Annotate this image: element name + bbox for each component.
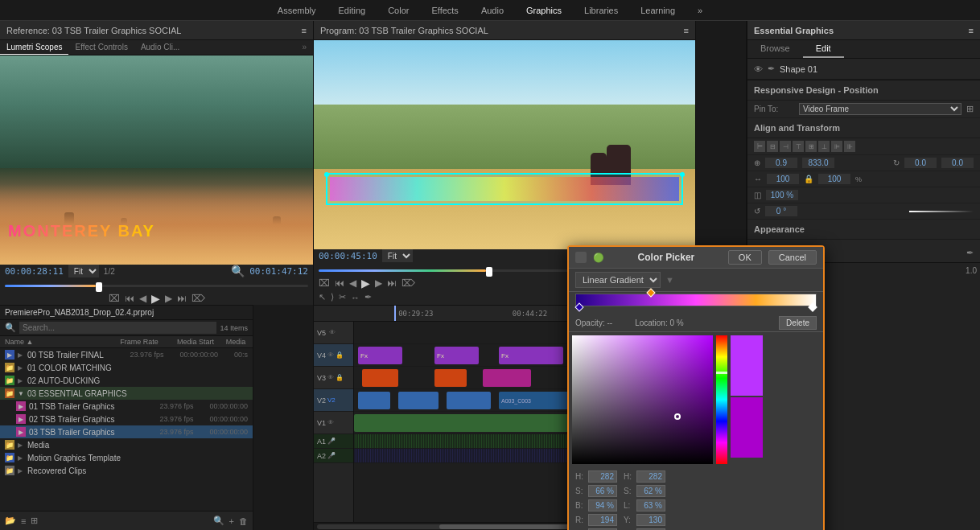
prog-ctrl-step-fwd[interactable]: ▶	[375, 277, 382, 289]
ref-tab-audio[interactable]: Audio Cli...	[134, 40, 186, 55]
prog-ctrl-mark-out[interactable]: ⌦	[401, 277, 415, 289]
scale-y-value[interactable]: 100	[818, 174, 850, 184]
shape-eye-icon[interactable]: 👁	[754, 64, 763, 74]
v3-lock[interactable]: 🔒	[336, 374, 344, 381]
nav-libraries[interactable]: Libraries	[581, 4, 621, 17]
handle-tl[interactable]	[324, 172, 329, 177]
proj-icon-search[interactable]: 🔍	[213, 516, 224, 526]
prog-fit-select[interactable]: Fit	[382, 249, 413, 262]
file-item[interactable]: 📁 ▶ 01 COLOR MATCHING	[0, 361, 253, 374]
ref-ctrl-step-fwd[interactable]: ▶	[165, 293, 172, 304]
file-item[interactable]: ▶ 02 TSB Trailer Graphics 23.976 fps00:0…	[0, 413, 253, 425]
pin-to-select[interactable]: Video Frame	[799, 103, 961, 115]
proj-icon-delete[interactable]: 🗑	[239, 516, 248, 526]
ref-playhead-marker[interactable]	[96, 282, 102, 292]
rot-x-value[interactable]: 0.0	[904, 158, 937, 168]
gradient-type-select[interactable]: Linear Gradient	[575, 272, 661, 288]
fill-edit-icon[interactable]: ✒	[966, 248, 974, 258]
timeline-playhead[interactable]	[394, 306, 396, 321]
prog-ctrl-prev[interactable]: ⏮	[335, 277, 344, 289]
nav-graphics[interactable]: Graphics	[523, 4, 565, 17]
align-top[interactable]: ⊤	[793, 141, 804, 152]
align-center-h[interactable]: ⊟	[767, 141, 778, 152]
ref-tab-effect[interactable]: Effect Controls	[68, 40, 134, 55]
clip[interactable]	[483, 369, 531, 387]
ref-ctrl-step-back[interactable]: ◀	[139, 293, 146, 304]
program-panel-menu[interactable]: ≡	[684, 26, 689, 35]
v5-eye[interactable]: 👁	[329, 329, 336, 336]
a2-mic[interactable]: 🎤	[327, 452, 336, 459]
ref-zoom-icon[interactable]: 🔍	[231, 265, 245, 277]
align-left[interactable]: ⊢	[754, 141, 765, 152]
align-center-v[interactable]: ⊞	[805, 141, 817, 152]
prog-playhead-bar[interactable]	[319, 269, 486, 272]
file-item[interactable]: 📁 ▶ 02 AUTO-DUCKING	[0, 374, 253, 387]
prog-ctrl-step-back[interactable]: ◀	[349, 277, 356, 289]
eg-tab-browse[interactable]: Browse	[747, 40, 803, 58]
opacity-value[interactable]: 100 %	[766, 190, 798, 200]
ref-ctrl-mark-out[interactable]: ⌦	[191, 293, 205, 304]
ref-tab-lumetri[interactable]: Lumetri Scopes	[0, 40, 68, 55]
clip[interactable]	[434, 369, 467, 387]
h2-input[interactable]	[636, 470, 665, 483]
project-search-input[interactable]	[19, 322, 216, 334]
color-picker-ok[interactable]: OK	[728, 250, 762, 265]
rotation-slider[interactable]	[909, 211, 974, 212]
clip[interactable]	[358, 392, 390, 409]
hue-slider[interactable]	[716, 335, 727, 464]
file-item[interactable]: ▶ 03 TSB Trailer Graphics 23.976 fps00:0…	[0, 425, 253, 438]
prog-timecode[interactable]: 00:00:45:10	[319, 251, 377, 261]
col-media[interactable]: Media	[224, 338, 248, 346]
scale-x-value[interactable]: 100	[767, 174, 799, 184]
clip[interactable]	[447, 392, 491, 409]
ref-playhead-bar[interactable]	[5, 285, 96, 287]
eg-tab-edit[interactable]: Edit	[803, 40, 844, 58]
prog-ctrl-next[interactable]: ⏭	[387, 277, 397, 289]
ref-timecode[interactable]: 00:00:28:11	[5, 266, 64, 277]
proj-icon-new[interactable]: +	[229, 516, 234, 526]
hue-cursor[interactable]	[716, 372, 727, 374]
file-item[interactable]: 📁 ▶ Recovered Clips	[0, 464, 253, 477]
file-item[interactable]: 📁 ▶ Motion Graphics Template	[0, 451, 253, 464]
y-input[interactable]	[636, 514, 665, 526]
gradient-preview-bar[interactable]	[575, 294, 817, 306]
prog-ctrl-mark-in[interactable]: ⌧	[319, 277, 330, 289]
s2-input[interactable]	[636, 485, 665, 497]
shape-pen-icon[interactable]: ✒	[768, 64, 775, 74]
pos-y-value[interactable]: 833.0	[802, 158, 834, 168]
handle-tr[interactable]	[680, 172, 685, 177]
align-bottom[interactable]: ⊥	[818, 141, 830, 152]
ref-ctrl-mark-in[interactable]: ⌧	[109, 293, 120, 304]
eg-menu[interactable]: ≡	[969, 26, 974, 35]
nav-learning[interactable]: Learning	[637, 4, 678, 17]
rot-y-value[interactable]: 0.0	[941, 158, 974, 168]
clip[interactable]: Fx	[434, 347, 479, 364]
nav-effects[interactable]: Effects	[428, 4, 461, 17]
gradient-dropdown-icon[interactable]: ▼	[665, 275, 674, 285]
r-input[interactable]	[588, 514, 617, 526]
ref-expand-icon[interactable]: »	[295, 40, 313, 55]
selection-box[interactable]	[326, 173, 683, 205]
shape-name[interactable]: Shape 01	[780, 64, 817, 74]
v2-eye[interactable]: V2	[327, 396, 336, 404]
nav-editing[interactable]: Editing	[336, 4, 369, 17]
saturation-cursor[interactable]	[674, 413, 681, 420]
v4-lock[interactable]: 🔒	[336, 351, 344, 359]
nav-assembly[interactable]: Assembly	[274, 4, 319, 17]
distribute-v[interactable]: ⊪	[844, 141, 855, 152]
nav-audio[interactable]: Audio	[478, 4, 507, 17]
nav-more-icon[interactable]: »	[694, 4, 706, 17]
pos-x-value[interactable]: 0.9	[765, 158, 797, 168]
ref-fit-select[interactable]: Fit	[68, 265, 99, 277]
v1-eye[interactable]: 👁	[327, 419, 334, 426]
s-input[interactable]	[588, 485, 617, 497]
tl-tool-ripple[interactable]: ⟩	[331, 292, 334, 302]
delete-stop-button[interactable]: Delete	[779, 316, 817, 330]
ref-ctrl-next-frame[interactable]: ⏭	[177, 293, 187, 304]
prog-ctrl-play[interactable]: ▶	[361, 277, 370, 290]
file-item[interactable]: 📁 ▼ 03 ESSENTIAL GRAPHICS	[0, 387, 253, 400]
nav-color[interactable]: Color	[385, 4, 412, 17]
col-name[interactable]: Name ▲	[5, 338, 111, 346]
clip[interactable]: Fx	[499, 347, 563, 364]
h-input[interactable]	[588, 470, 617, 483]
